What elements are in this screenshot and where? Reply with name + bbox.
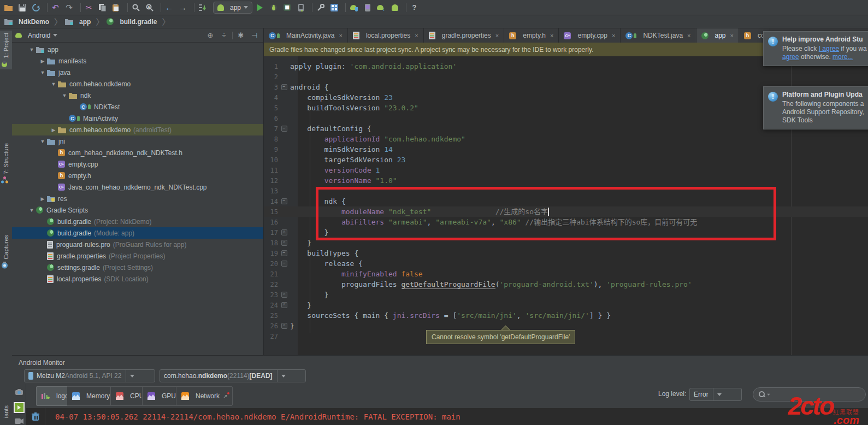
screenshot-icon[interactable] [15, 388, 23, 397]
editor-tab-gradle-properties[interactable]: gradle.properties× [424, 28, 505, 43]
close-icon[interactable]: × [339, 32, 342, 39]
fold-marker-icon[interactable]: − [278, 126, 290, 132]
notification-link[interactable]: more... [832, 53, 853, 61]
code-line-18[interactable]: 18˄ } [264, 238, 868, 248]
attach-button[interactable] [296, 2, 309, 14]
code-line-10[interactable]: 10 targetSdkVersion 23 [264, 155, 868, 165]
locate-icon[interactable]: ⊕ [205, 31, 216, 40]
run-configuration-selector[interactable]: app [213, 2, 252, 14]
sdk-manager-button[interactable]: ↓ [376, 2, 389, 14]
notification-link[interactable]: I agree [819, 45, 839, 52]
code-line-25[interactable]: 25 sourceSets { main { jni.srcDirs = ['s… [264, 310, 868, 321]
wrench-button[interactable] [315, 2, 329, 14]
code-line-14[interactable]: 14− ndk { [264, 196, 868, 206]
copy-button[interactable] [97, 2, 111, 14]
project-structure-button[interactable] [329, 2, 343, 14]
project-view-selector[interactable]: Android [28, 32, 50, 39]
fold-marker-icon[interactable]: ˄ [278, 292, 290, 298]
editor-tab-empty-h[interactable]: hempty.h× [504, 28, 559, 43]
tree-item-ndk[interactable]: ▼ndk [12, 90, 263, 101]
fold-marker-icon[interactable]: − [278, 198, 290, 204]
editor-tab-local-properties[interactable]: local.properties× [348, 28, 424, 43]
save-button[interactable] [17, 2, 31, 14]
fold-marker-icon[interactable]: − [278, 84, 290, 90]
video-capture-icon[interactable] [15, 418, 23, 425]
chevron-down-icon[interactable] [277, 370, 290, 382]
hide-panel-icon[interactable]: ⊣ [249, 31, 260, 40]
tree-item-manifests[interactable]: ▶manifests [12, 55, 263, 67]
tree-item-settings-gradle[interactable]: settings.gradle(Project Settings) [12, 262, 263, 273]
breadcrumb-item[interactable]: app [65, 18, 91, 26]
expand-open-icon[interactable]: ▼ [27, 47, 36, 52]
collapse-all-icon[interactable]: ÷ [219, 31, 229, 40]
sync-button[interactable] [31, 2, 44, 14]
monitor-tab-network[interactable]: Network↗ [176, 386, 233, 406]
tree-item-build-gradle[interactable]: build.gradle(Project: NdkDemo) [12, 216, 263, 227]
expand-closed-icon[interactable]: ▶ [49, 127, 58, 133]
chevron-down-icon[interactable] [713, 388, 725, 400]
breadcrumb-item[interactable]: NdkDemo [4, 18, 49, 26]
code-line-19[interactable]: 19− buildTypes { [264, 248, 868, 258]
chevron-down-icon[interactable] [126, 370, 138, 382]
tree-item-gradle-scripts[interactable]: ▼Gradle Scripts [12, 204, 263, 216]
expand-open-icon[interactable]: ▼ [27, 208, 36, 213]
notification-popup[interactable]: !Help improve Android StuPlease click I … [763, 31, 868, 66]
close-icon[interactable]: × [550, 32, 553, 39]
code-line-16[interactable]: 16 abiFilters "armeabi", "armeabi-v7a", … [264, 217, 868, 227]
fold-marker-icon[interactable]: − [278, 261, 290, 267]
tool-window-button-structure[interactable]: 7: Structure [0, 141, 12, 186]
tree-item-com-hehao-ndkdemo[interactable]: ▼com.hehao.ndkdemo [12, 78, 263, 90]
fold-marker-icon[interactable]: ˄ [278, 323, 290, 329]
open-in-window-icon[interactable]: ↗ [223, 393, 227, 399]
notification-popup[interactable]: !Platform and Plugin UpdaThe following c… [763, 86, 868, 129]
expand-closed-icon[interactable]: ▶ [38, 196, 47, 202]
forward-button[interactable]: → [178, 2, 191, 14]
compare-button[interactable] [197, 2, 211, 14]
redo-button[interactable]: ↷ [64, 2, 78, 14]
code-line-8[interactable]: 8 applicationId "com.hehao.ndkdemo" [264, 134, 868, 144]
replace-button[interactable]: A [144, 2, 158, 14]
close-icon[interactable]: × [730, 32, 734, 39]
tool-window-button-build-variants[interactable]: iants [0, 403, 12, 420]
tree-item-empty-cpp[interactable]: C+empty.cpp [12, 158, 263, 170]
fold-marker-icon[interactable]: − [278, 250, 290, 256]
paste-button[interactable] [111, 2, 125, 14]
tree-item-res[interactable]: ▶res [12, 193, 263, 204]
avd-manager-button[interactable] [362, 2, 376, 14]
folder-open-button[interactable] [3, 2, 17, 14]
editor-tab-app[interactable]: app× [696, 28, 739, 43]
fold-marker-icon[interactable]: ˄ [278, 229, 290, 235]
close-icon[interactable]: × [687, 32, 690, 39]
expand-open-icon[interactable]: ▼ [38, 70, 47, 75]
code-line-9[interactable]: 9 minSdkVersion 14 [264, 144, 868, 155]
code-line-23[interactable]: 23˄ } [264, 290, 868, 300]
tree-item-gradle-properties[interactable]: gradle.properties(Project Properties) [12, 250, 263, 262]
help-button[interactable]: ? [409, 2, 423, 14]
code-line-22[interactable]: 22 proguardFiles getDefaultProguardFile(… [264, 279, 868, 290]
tree-item-empty-h[interactable]: hempty.h [12, 170, 263, 181]
tree-item-local-properties[interactable]: local.properties(SDK Location) [12, 273, 263, 285]
run-button[interactable] [255, 2, 268, 14]
code-line-24[interactable]: 24˄ } [264, 300, 868, 310]
tree-item-build-gradle[interactable]: build.gradle(Module: app) [12, 227, 263, 239]
cut-button[interactable]: ✂ [84, 2, 97, 14]
expand-closed-icon[interactable]: ▶ [38, 58, 47, 64]
code-line-12[interactable]: 12 versionName "1.0" [264, 175, 868, 186]
android-sdk-button[interactable] [349, 2, 362, 14]
editor-tab-mainactivity-java[interactable]: CMainActivity.java× [264, 28, 348, 43]
tree-item-app[interactable]: ▼app [12, 44, 263, 55]
clear-logcat-button[interactable] [26, 408, 45, 425]
tool-window-button-captures[interactable]: Captures [0, 233, 12, 271]
close-icon[interactable]: × [495, 32, 499, 39]
device-monitor-button[interactable] [389, 2, 403, 14]
gear-icon[interactable]: ✱ [235, 31, 246, 40]
close-icon[interactable]: × [415, 32, 418, 39]
tree-item-java[interactable]: ▼java [12, 67, 263, 78]
tree-item-proguard-rules-pro[interactable]: proguard-rules.pro(ProGuard Rules for ap… [12, 239, 263, 250]
code-line-21[interactable]: 21 minifyEnabled false [264, 269, 868, 279]
tool-window-button-project[interactable]: 1: Project [0, 31, 12, 69]
code-line-2[interactable]: 2 [264, 72, 868, 82]
expand-open-icon[interactable]: ▼ [38, 139, 47, 144]
process-selector[interactable]: com.hehao.ndkdemo (22114) [DEAD] [160, 369, 306, 382]
coverage-button[interactable]: ▦ [282, 2, 296, 14]
